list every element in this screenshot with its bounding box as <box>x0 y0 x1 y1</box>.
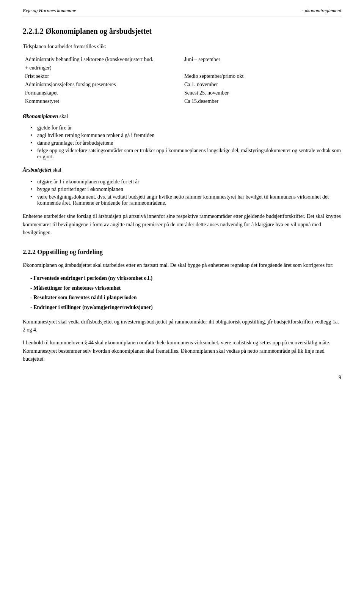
list-item: gjelde for fire år <box>30 125 341 131</box>
list-item: følge opp og videreføre satsingsområder … <box>30 148 341 160</box>
tidsplan-cell-right: Ca 1. november <box>182 80 341 89</box>
section2-para2: Kommunestyret skal vedta driftsbudsjette… <box>23 318 341 334</box>
list-item: - Resultater som forventes nådd i planpe… <box>30 293 341 302</box>
list-item: utgjøre år 1 i økonomiplanen og gjelde f… <box>30 179 341 185</box>
list-item: danne grunnlaget for årsbudsjettene <box>30 140 341 146</box>
tidsplan-row: Administrasjonssjefens forslag presenter… <box>23 80 341 89</box>
header-right: - økonomireglement <box>302 8 341 14</box>
list-item: være bevilgningsdokument, dvs. at vedtat… <box>30 194 341 206</box>
section2-para3: I henhold til kommuneloven § 44 skal øko… <box>23 339 341 363</box>
tidsplan-cell-left: Kommunestyret <box>23 97 182 106</box>
tidsplan-cell-left: Administrativ behandling i sektorene (ko… <box>23 55 182 64</box>
tidsplan-cell-left: Frist sektor <box>23 72 182 80</box>
okonomiplanen-intro: Økonomiplanen skal <box>23 112 341 121</box>
list-item: - Endringer i stillinger (nye/omgjøringe… <box>30 303 341 312</box>
tidsplan-cell-left: Administrasjonssjefens forslag presenter… <box>23 80 182 89</box>
tidsplan-heading: Tidsplanen for arbeidet fremstilles slik… <box>23 43 341 51</box>
tidsplan-row: Administrativ behandling i sektorene (ko… <box>23 55 341 64</box>
section2-bullet-list: - Forventede endringer i perioden (ny vi… <box>30 274 341 312</box>
tidsplan-cell-left: Formannskapet <box>23 89 182 97</box>
section2-title: 2.2.2 Oppstilling og fordeling <box>23 248 341 256</box>
page-header: Evje og Hornnes kommune - økonomiregleme… <box>23 8 341 16</box>
tidsplan-row: KommunestyretCa 15.desember <box>23 97 341 106</box>
arsbudsjettet-term: Årsbudsjettet <box>23 167 51 173</box>
list-item: - Forventede endringer i perioden (ny vi… <box>30 274 341 282</box>
tidsplan-cell-right: Juni – september <box>182 55 341 64</box>
section-title: 2.2.1.2 Økonomiplanen og årsbudsjettet <box>23 27 341 36</box>
tidsplan-cell-right <box>182 64 341 72</box>
list-item: bygge på prioriteringer i økonomiplanen <box>30 186 341 192</box>
tidsplan-row: + endringer) <box>23 64 341 72</box>
tidsplan-row: Frist sektorMedio september/primo okt <box>23 72 341 80</box>
tidsplan-row: FormannskapetSenest 25. november <box>23 89 341 97</box>
list-item: angi hvilken retning kommunen tenker å g… <box>30 133 341 139</box>
tidsplan-cell-right: Senest 25. november <box>182 89 341 97</box>
list-item: - Målsettinger for enhetenes virksomhet <box>30 284 341 292</box>
header-left: Evje og Hornnes kommune <box>23 8 76 14</box>
okonomiplanen-term: Økonomiplanen <box>23 114 58 119</box>
section2-para1: Økonomiplanen og årsbudsjettet skal utar… <box>23 261 341 270</box>
tidsplan-table: Administrativ behandling i sektorene (ko… <box>23 55 341 106</box>
tidsplan-cell-right: Medio september/primo okt <box>182 72 341 80</box>
page-container: Evje og Hornnes kommune - økonomiregleme… <box>0 0 364 601</box>
tidsplan-cell-left: + endringer) <box>23 64 182 72</box>
arsbudsjettet-intro: Årsbudsjettet skal <box>23 166 341 174</box>
page-number: 9 <box>23 375 341 381</box>
paragraph1: Enhetene utarbeider sine forslag til års… <box>23 212 341 237</box>
okonomiplanen-bullet-list: gjelde for fire årangi hvilken retning k… <box>30 125 341 160</box>
arsbudsjettet-bullet-list: utgjøre år 1 i økonomiplanen og gjelde f… <box>30 179 341 206</box>
tidsplan-cell-right: Ca 15.desember <box>182 97 341 106</box>
